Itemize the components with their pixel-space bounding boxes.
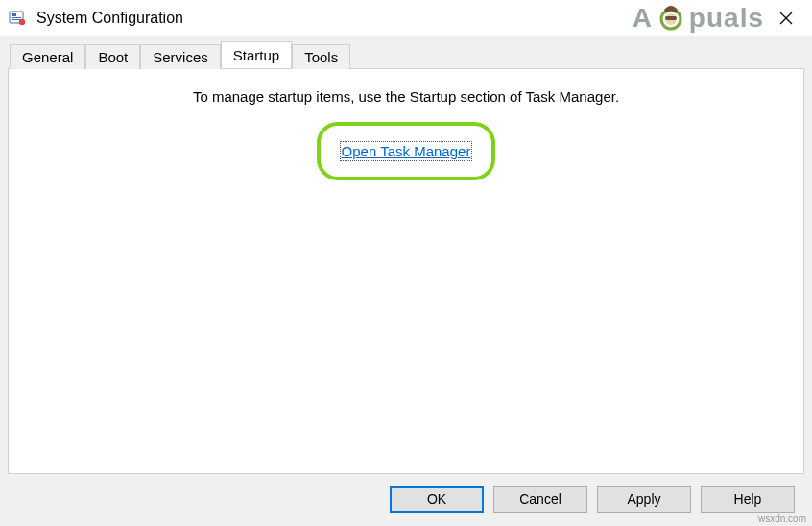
tab-boot[interactable]: Boot — [85, 44, 140, 69]
tab-strip: General Boot Services Startup Tools — [8, 42, 804, 68]
open-task-manager-link[interactable]: Open Task Manager — [342, 143, 471, 159]
close-button[interactable] — [772, 6, 800, 31]
window-title: System Configuration — [36, 10, 183, 27]
tab-startup[interactable]: Startup — [221, 41, 292, 68]
startup-hint-text: To manage startup items, use the Startup… — [20, 88, 792, 105]
svg-rect-1 — [12, 13, 16, 16]
dialog-button-row: OK Cancel Apply Help — [8, 474, 804, 526]
svg-point-4 — [19, 19, 25, 25]
annotation-highlight: Open Task Manager — [317, 122, 496, 180]
startup-tab-panel: To manage startup items, use the Startup… — [8, 68, 804, 474]
cancel-button[interactable]: Cancel — [493, 486, 587, 513]
source-footer: wsxdn.com — [758, 514, 806, 524]
titlebar: System Configuration — [0, 0, 812, 36]
tab-services[interactable]: Services — [140, 44, 221, 69]
svg-rect-3 — [12, 19, 21, 20]
svg-rect-2 — [12, 17, 21, 18]
system-configuration-window: System Configuration General Boot Servic… — [0, 0, 812, 526]
tab-general[interactable]: General — [10, 44, 85, 69]
tab-tools[interactable]: Tools — [292, 44, 350, 69]
apply-button[interactable]: Apply — [597, 486, 691, 513]
app-icon — [8, 9, 27, 28]
help-button[interactable]: Help — [701, 486, 795, 513]
ok-button[interactable]: OK — [390, 486, 484, 513]
dialog-body: General Boot Services Startup Tools To m… — [0, 36, 812, 526]
